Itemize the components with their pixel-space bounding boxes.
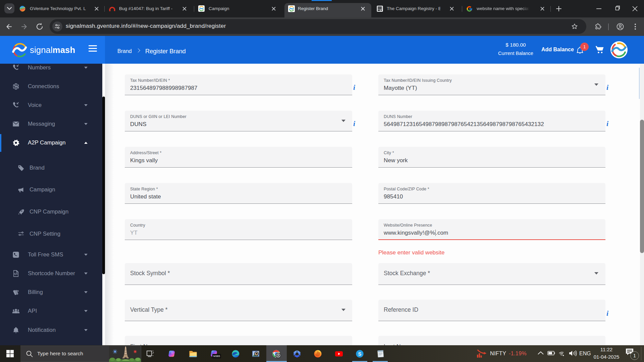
- svg-text:S: S: [358, 351, 362, 357]
